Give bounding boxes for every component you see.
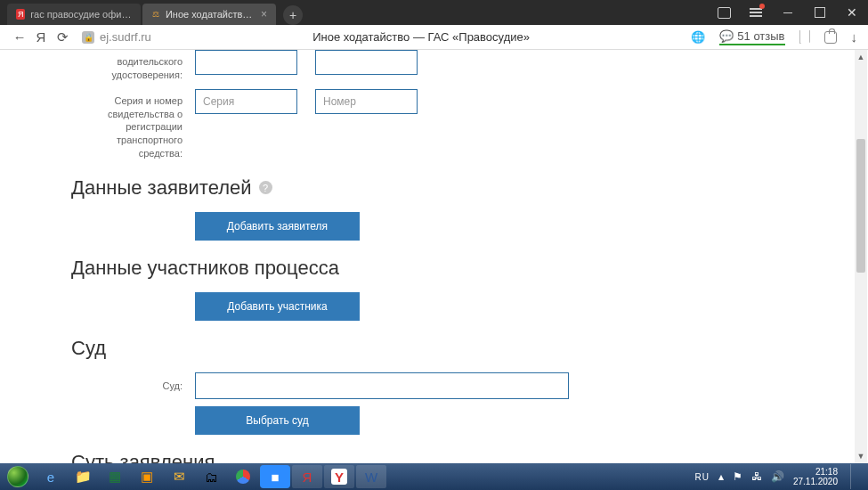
scroll-up-icon[interactable]: ▲ xyxy=(855,50,867,64)
tab-gas-pravosudie[interactable]: ⚖ Иное ходатайство — ГА × xyxy=(142,4,276,25)
yandex-favicon-icon: Я xyxy=(16,9,25,20)
translate-icon[interactable]: 🌐 xyxy=(691,30,705,44)
taskbar-yandex1-icon[interactable]: Я xyxy=(292,465,322,488)
chat-icon: 💬 xyxy=(719,29,734,43)
reload-button[interactable]: ⟳ xyxy=(52,29,73,45)
taskbar-word-icon[interactable]: W xyxy=(356,465,386,488)
taskbar-ie-icon[interactable]: e xyxy=(36,465,66,488)
window-maximize-button[interactable] xyxy=(804,0,836,25)
vehicle-cert-label: Серия и номер свидетельства о регистраци… xyxy=(71,89,183,160)
page-content: водительского удостоверения: Серия и ном… xyxy=(0,50,868,463)
reviews-indicator[interactable]: 💬 51 отзыв xyxy=(719,29,784,45)
vertical-scrollbar[interactable]: ▲ ▼ xyxy=(855,50,867,463)
url-text: ej.sudrf.ru xyxy=(100,30,151,44)
scroll-down-icon[interactable]: ▼ xyxy=(855,449,867,463)
tray-clock[interactable]: 21:18 27.11.2020 xyxy=(793,467,838,486)
start-button[interactable] xyxy=(4,464,32,489)
court-input[interactable] xyxy=(195,372,569,399)
yandex-home-icon[interactable]: Я xyxy=(30,29,52,45)
vehicle-number-input[interactable] xyxy=(315,89,418,114)
tab-label: Иное ходатайство — ГА xyxy=(166,9,256,20)
tray-flag-icon[interactable]: ⚑ xyxy=(733,470,742,483)
bookmark-icon[interactable] xyxy=(799,30,810,44)
page-title: Иное ходатайство — ГАС «Правосудие» xyxy=(151,30,692,44)
section-participants-title: Данные участников процесса xyxy=(71,257,868,280)
side-panel-icon[interactable] xyxy=(708,0,740,25)
add-applicant-button[interactable]: Добавить заявителя xyxy=(195,212,360,241)
section-applicants-title: Данные заявителей ? xyxy=(71,176,868,200)
taskbar-yandex2-icon[interactable]: Y xyxy=(324,465,354,488)
taskbar-media-icon[interactable]: ▣ xyxy=(132,465,162,488)
window-controls: ✕ xyxy=(708,0,868,25)
reviews-text: 51 отзыв xyxy=(737,29,784,43)
window-minimize-button[interactable] xyxy=(772,0,804,25)
tab-gas-search[interactable]: Я гас правосудие официаль xyxy=(7,4,141,25)
back-button[interactable]: ← xyxy=(9,29,30,45)
url-box[interactable]: 🔒 ej.sudrf.ru xyxy=(82,30,151,44)
section-applicants-text: Данные заявителей xyxy=(71,176,252,200)
driver-license-row: водительского удостоверения: xyxy=(71,50,868,82)
show-desktop-button[interactable] xyxy=(850,464,859,489)
help-icon[interactable]: ? xyxy=(259,181,272,194)
scales-favicon-icon: ⚖ xyxy=(151,9,160,20)
vehicle-series-input[interactable] xyxy=(195,89,297,114)
tray-time: 21:18 xyxy=(793,467,838,477)
downloads-icon[interactable]: ↓ xyxy=(851,29,858,45)
taskbar-apps: e 📁 ▦ ▣ ✉ 🗂 ■ Я Y W xyxy=(36,465,386,488)
driver-license-label: водительского удостоверения: xyxy=(71,50,183,82)
lock-icon: 🔒 xyxy=(82,31,94,44)
windows-orb-icon xyxy=(7,466,28,487)
taskbar-excel-icon[interactable]: ▦ xyxy=(100,465,130,488)
window-close-button[interactable]: ✕ xyxy=(836,0,868,25)
section-essence-title: Суть заявления xyxy=(71,451,868,463)
taskbar-folder-icon[interactable]: 🗂 xyxy=(196,465,226,488)
vehicle-cert-row: Серия и номер свидетельства о регистраци… xyxy=(71,89,868,160)
taskbar-chrome-icon[interactable] xyxy=(228,465,258,488)
tray-date: 27.11.2020 xyxy=(793,477,838,486)
section-court-title: Суд xyxy=(71,337,868,360)
court-label: Суд: xyxy=(71,372,183,393)
tray-chevron-icon[interactable]: ▴ xyxy=(718,470,724,483)
taskbar-explorer-icon[interactable]: 📁 xyxy=(68,465,98,488)
browser-titlebar: Я гас правосудие официаль ⚖ Иное ходатай… xyxy=(0,0,868,25)
browser-menu-icon[interactable] xyxy=(740,0,772,25)
tray-volume-icon[interactable]: 🔊 xyxy=(771,470,784,483)
system-tray: RU ▴ ⚑ 🖧 🔊 21:18 27.11.2020 xyxy=(694,464,864,489)
windows-taskbar: e 📁 ▦ ▣ ✉ 🗂 ■ Я Y W RU ▴ ⚑ 🖧 🔊 21:18 27.… xyxy=(0,463,868,490)
driver-license-series-input[interactable] xyxy=(195,50,297,75)
extensions-icon[interactable] xyxy=(824,31,837,44)
add-participant-button[interactable]: Добавить участника xyxy=(195,292,360,321)
taskbar-outlook-icon[interactable]: ✉ xyxy=(164,465,194,488)
taskbar-zoom-icon[interactable]: ■ xyxy=(260,465,290,488)
address-bar: ← Я ⟳ 🔒 ej.sudrf.ru Иное ходатайство — Г… xyxy=(0,25,868,50)
select-court-button[interactable]: Выбрать суд xyxy=(195,406,360,435)
tab-label: гас правосудие официаль xyxy=(30,9,132,20)
tab-strip: Я гас правосудие официаль ⚖ Иное ходатай… xyxy=(0,0,303,25)
scroll-thumb[interactable] xyxy=(856,139,865,273)
close-tab-icon[interactable]: × xyxy=(261,8,267,20)
keyboard-lang[interactable]: RU xyxy=(694,472,709,482)
new-tab-button[interactable]: + xyxy=(283,5,303,25)
driver-license-number-input[interactable] xyxy=(315,50,418,75)
tray-network-icon[interactable]: 🖧 xyxy=(751,470,762,483)
court-row: Суд: xyxy=(71,372,868,399)
